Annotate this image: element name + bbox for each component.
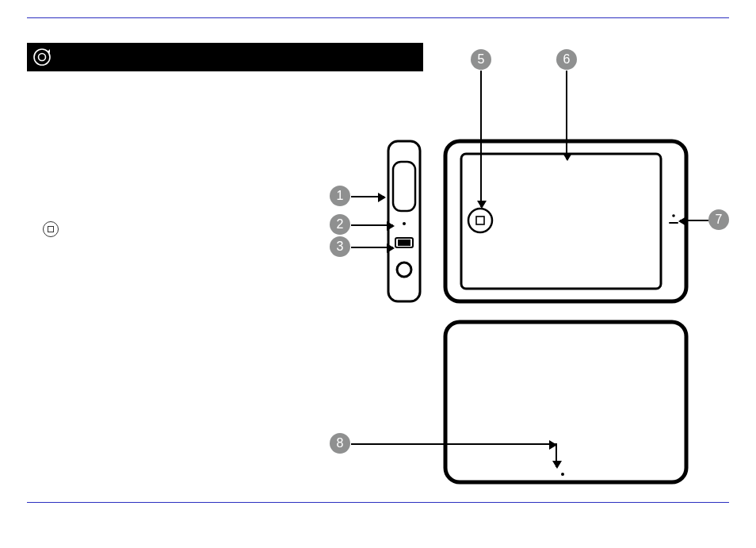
device-back-view: [442, 319, 689, 485]
callout-3-arrow: [351, 247, 393, 248]
callout-5: 5: [471, 49, 491, 70]
svg-point-4: [403, 222, 406, 225]
callout-2: 2: [330, 214, 350, 235]
svg-rect-14: [445, 322, 686, 482]
callout-7: 7: [708, 209, 729, 230]
manual-page: 1 2 3 5 6 7 8: [0, 0, 756, 548]
callout-1-arrow: [351, 196, 384, 197]
stop-icon: [43, 221, 59, 237]
bottom-rule: [27, 502, 729, 503]
svg-rect-3: [393, 162, 415, 211]
svg-rect-13: [669, 222, 678, 224]
svg-point-1: [39, 54, 46, 61]
callout-2-arrow: [351, 224, 393, 226]
top-rule: [27, 17, 729, 18]
svg-point-15: [561, 473, 564, 476]
svg-point-12: [672, 214, 675, 217]
device-front-view: [442, 138, 689, 305]
svg-rect-6: [398, 240, 410, 246]
section-header-bar: [27, 43, 423, 71]
callout-5-arrow: [480, 71, 482, 207]
callout-6: 6: [556, 49, 577, 70]
callout-8-arrow-h: [351, 443, 556, 445]
callout-1: 1: [330, 186, 350, 206]
callout-3: 3: [330, 236, 350, 257]
device-icon: [32, 47, 52, 67]
callout-7-arrow: [680, 220, 708, 221]
callout-6-arrow: [566, 71, 567, 159]
callout-8-arrow-v: [556, 443, 557, 467]
callout-8: 8: [330, 433, 350, 454]
svg-point-10: [468, 209, 492, 232]
svg-point-7: [397, 263, 411, 277]
